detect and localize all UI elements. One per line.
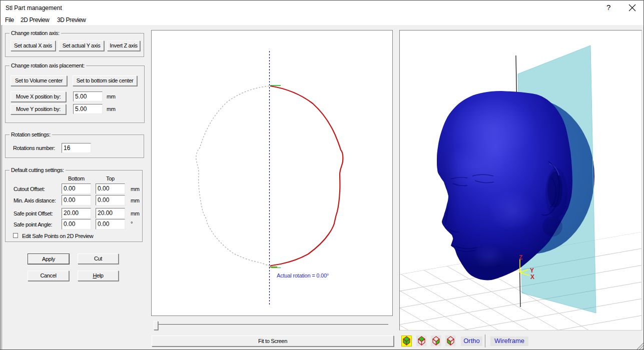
svg-text:Z: Z bbox=[519, 254, 522, 261]
svg-text:Y: Y bbox=[530, 267, 534, 274]
svg-text:Actual rotation = 0.00°: Actual rotation = 0.00° bbox=[277, 272, 329, 278]
svg-text:X: X bbox=[530, 274, 534, 280]
